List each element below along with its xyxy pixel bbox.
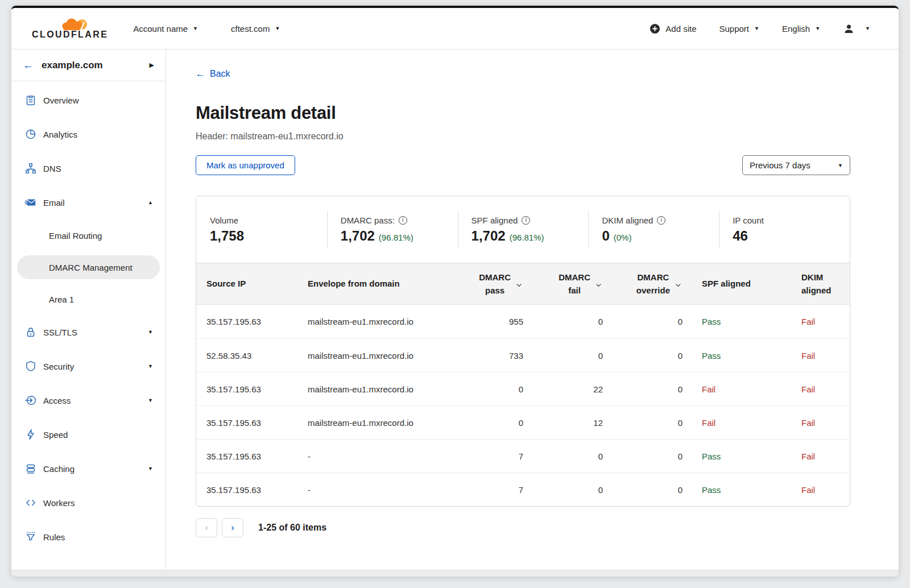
site-menu[interactable]: cftest.com ▼ [231, 24, 280, 34]
sidebar-item-email[interactable]: Email▲ [17, 189, 160, 216]
user-icon [843, 23, 855, 35]
period-select[interactable]: Previous 7 days ▼ [742, 155, 850, 175]
next-page-button[interactable]: › [222, 518, 243, 537]
cell-dkim-aligned: Fail [782, 452, 850, 461]
stat-value-number: 1,702 [471, 228, 506, 244]
sidebar-item-analytics[interactable]: Analytics [17, 121, 160, 147]
cell-spf-aligned: Fail [682, 384, 782, 394]
sidebar-item-label: SSL/TLS [43, 328, 77, 337]
sidebar-item-label: Area 1 [49, 295, 74, 304]
back-link[interactable]: ← Back [196, 69, 230, 79]
sidebar-item-label: DMARC Management [49, 263, 133, 272]
language-menu[interactable]: English ▼ [782, 24, 820, 34]
sidebar-item-speed[interactable]: Speed [17, 421, 160, 448]
table-body: 35.157.195.63mailstream-eu1.mxrecord.io9… [196, 305, 850, 506]
add-site-button[interactable]: Add site [650, 23, 696, 34]
stat-value-number: 1,702 [341, 228, 375, 244]
sidebar-item-label: DNS [43, 164, 61, 173]
stat-label: SPF alignedi [471, 216, 589, 225]
sidebar-item-access[interactable]: Access▼ [17, 387, 160, 413]
account-menu[interactable]: Account name ▼ [133, 24, 198, 34]
cell-dmarc-override: 0 [603, 317, 682, 326]
sidebar-item-label: Workers [43, 498, 75, 508]
cell-dmarc-override: 0 [603, 384, 682, 394]
sidebar-item-caching[interactable]: Caching▼ [17, 456, 160, 482]
clipboard-icon [24, 93, 38, 107]
back-arrow-icon: ← [23, 59, 34, 72]
cell-spf-aligned: Pass [682, 452, 782, 461]
sidebar-site-name: example.com [42, 60, 103, 71]
chevron-down-icon: ▼ [193, 26, 198, 31]
cell-dmarc-fail: 0 [523, 317, 603, 326]
cell-dmarc-pass: 955 [441, 317, 523, 326]
sidebar-item-label: Rules [43, 532, 65, 542]
sidebar-item-workers[interactable]: Workers [17, 490, 160, 516]
stat-label: Volume [210, 216, 327, 225]
previous-page-button[interactable]: ‹ [196, 518, 217, 537]
info-icon[interactable]: i [399, 216, 407, 225]
stat-ip-count: IP count46 [719, 196, 850, 263]
lock-icon [24, 325, 38, 339]
sidebar-item-overview[interactable]: Overview [17, 87, 160, 113]
cell-source-ip: 35.157.195.63 [196, 452, 308, 461]
chevron-down-icon: ▼ [148, 329, 153, 335]
stat-label: DMARC pass:i [341, 216, 458, 225]
cell-dkim-aligned: Fail [782, 317, 850, 326]
mark-as-unapproved-button[interactable]: Mark as unapproved [196, 155, 295, 175]
chevron-left-icon: ‹ [205, 522, 208, 533]
column-header-dmarc-override[interactable]: DMARCoverride [603, 271, 682, 297]
cell-dmarc-override: 0 [603, 485, 682, 495]
top-bar: CLOUDFLARE Account name ▼ cftest.com ▼ A… [11, 8, 899, 49]
sort-chevron-icon[interactable] [594, 281, 603, 289]
sidebar-item-dns[interactable]: DNS [17, 155, 160, 181]
column-header-dmarc-fail[interactable]: DMARCfail [523, 271, 603, 297]
access-icon [24, 394, 38, 407]
table-row: 35.157.195.63mailstream-eu1.mxrecord.io0… [196, 405, 850, 439]
stat-label-text: DKIM aligned [602, 216, 653, 225]
cell-envelope-from-domain: mailstream-eu1.mxrecord.io [308, 317, 441, 326]
cell-source-ip: 35.157.195.63 [196, 384, 308, 394]
sidebar-item-dmarc-management[interactable]: DMARC Management [17, 255, 160, 279]
cell-dmarc-pass: 7 [441, 452, 523, 461]
cell-spf-aligned: Pass [682, 317, 782, 326]
stat-value-number: 1,758 [210, 228, 244, 244]
user-menu[interactable]: ▼ [843, 23, 870, 35]
column-header-label: Source IP [206, 277, 308, 290]
code-icon [24, 496, 38, 510]
sidebar-item-area-1[interactable]: Area 1 [17, 287, 160, 311]
chevron-right-icon: ▶ [150, 61, 154, 69]
cell-dkim-aligned: Fail [782, 418, 850, 428]
info-icon[interactable]: i [522, 216, 530, 225]
chevron-down-icon: ▼ [148, 363, 153, 369]
stat-value-number: 0 [602, 228, 609, 244]
sort-chevron-icon[interactable] [674, 281, 682, 289]
stat-percentage: (96.81%) [510, 233, 544, 242]
cell-dmarc-override: 0 [603, 452, 682, 461]
sidebar-nav: OverviewAnalyticsDNSEmail▲Email RoutingD… [11, 81, 166, 550]
sidebar-site-header[interactable]: ← example.com ▶ [11, 49, 166, 81]
info-icon[interactable]: i [657, 216, 665, 225]
stats-and-table-panel: Volume1,758DMARC pass:i1,702(96.81%)SPF … [196, 196, 850, 507]
column-header-dmarc-pass[interactable]: DMARCpass [441, 271, 523, 297]
sidebar-item-email-routing[interactable]: Email Routing [17, 223, 160, 247]
sidebar-item-ssl-tls[interactable]: SSL/TLS▼ [17, 319, 160, 345]
stat-value: 1,702(96.81%) [471, 228, 589, 244]
sidebar-item-security[interactable]: Security▼ [17, 353, 160, 379]
cell-dmarc-pass: 0 [441, 384, 523, 394]
table-row: 35.157.195.63-700PassFail [196, 439, 850, 473]
stat-percentage: (96.81%) [379, 233, 413, 242]
support-menu[interactable]: Support ▼ [719, 24, 759, 34]
cell-dmarc-override: 0 [603, 418, 682, 428]
chevron-down-icon: ▼ [754, 26, 759, 31]
network-icon [24, 162, 38, 175]
cloudflare-logo[interactable]: CLOUDFLARE [32, 17, 108, 40]
sidebar-item-label: Email Routing [49, 231, 102, 241]
column-header-envelope-from-domain: Envelope from domain [308, 277, 441, 290]
stat-dkim-aligned: DKIM alignedi0(0%) [588, 196, 719, 263]
sort-chevron-icon[interactable] [515, 281, 523, 289]
sidebar-item-rules[interactable]: Rules [17, 524, 160, 550]
column-header-label: DMARCfail [559, 271, 590, 297]
table-header: Source IPEnvelope from domainDMARCpassDM… [196, 263, 850, 305]
cell-dkim-aligned: Fail [782, 351, 850, 361]
stat-value: 1,758 [210, 228, 327, 244]
